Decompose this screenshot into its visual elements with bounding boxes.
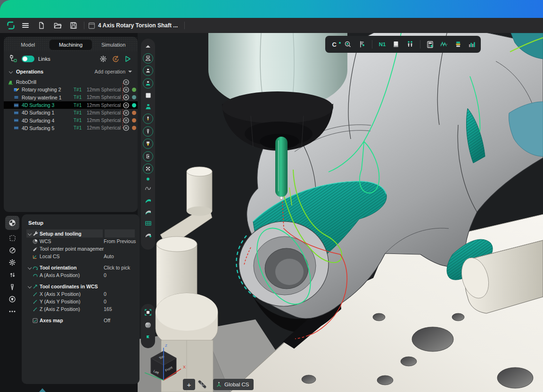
operation-link-state-icon[interactable]: [123, 86, 129, 93]
row-value[interactable]: Auto: [104, 253, 135, 259]
row-value[interactable]: Off: [104, 318, 135, 323]
row-label: A (Axis A Position): [40, 272, 104, 278]
zoom-fit-button[interactable]: [143, 308, 153, 317]
hamburger-icon: [22, 23, 29, 28]
operation-row[interactable]: 4D Surfacing 5 T#1 12mm Spherical: [4, 124, 138, 132]
holder-display-button[interactable]: [143, 139, 153, 149]
operation-link-state-icon[interactable]: [123, 125, 129, 131]
mesh-display-button[interactable]: [143, 163, 153, 174]
links-settings-button[interactable]: [99, 55, 107, 63]
tool-display-button[interactable]: [143, 114, 153, 124]
setup-row-axis-y[interactable]: Y (Axis Y Position) 0: [26, 298, 135, 305]
setup-row-tool-orientation[interactable]: Tool orientation Click to pick: [26, 264, 135, 271]
active-machine-button[interactable]: [143, 102, 153, 112]
new-file-button[interactable]: [35, 20, 48, 31]
setup-row-axis-z[interactable]: Z (Axis Z Position) 165: [26, 305, 135, 313]
surface-gray-display-button[interactable]: [143, 207, 153, 216]
viewport-3d-scene[interactable]: Top Left Front X Y Z: [138, 33, 543, 392]
statistics-button[interactable]: [468, 40, 476, 49]
operation-link-state-icon[interactable]: [123, 117, 129, 124]
rail-tool-button[interactable]: [8, 283, 17, 291]
viewport-3d[interactable]: Top Left Front X Y Z: [138, 33, 543, 392]
point-display-button[interactable]: [143, 176, 153, 182]
analysis-graph-button[interactable]: [440, 40, 448, 49]
operation-tool-desc: 12mm Spherical: [87, 95, 123, 100]
stock-box-button[interactable]: [143, 90, 153, 100]
row-value[interactable]: 0: [104, 291, 135, 297]
arc-center-button[interactable]: C: [330, 40, 338, 49]
operation-row[interactable]: Rotary waterline 1 T#1 12mm Spherical: [4, 94, 138, 101]
post-processor-button[interactable]: [426, 40, 435, 49]
orbit-sphere-button[interactable]: [143, 320, 153, 330]
row-value[interactable]: 0: [104, 272, 135, 278]
open-file-button[interactable]: [51, 20, 64, 31]
axis-y-arrow-icon: [32, 299, 38, 305]
global-cs-button[interactable]: Global CS: [213, 379, 254, 390]
caliper-icon: [358, 40, 366, 49]
row-value[interactable]: From Previous: [104, 238, 135, 244]
setup-row-axis-a[interactable]: A (Axis A Position) 0: [26, 271, 135, 279]
cs-dropdown-button[interactable]: [197, 380, 207, 389]
tab-machining[interactable]: Machining: [49, 40, 92, 50]
tab-simulation[interactable]: Simulation: [92, 40, 135, 50]
machine-link-state-icon[interactable]: [123, 79, 129, 85]
operation-unlink-state-icon[interactable]: [123, 94, 129, 101]
document-title[interactable]: 4 Axis Rotary Torsion Shaft ...: [98, 22, 178, 29]
flag-button[interactable]: [143, 333, 153, 343]
patch-corner-display-button[interactable]: [143, 230, 153, 239]
rail-setup-button[interactable]: [5, 216, 19, 230]
rail-region-button[interactable]: [8, 234, 17, 242]
add-operation-button[interactable]: Add operation: [95, 69, 132, 74]
operation-link-state-icon[interactable]: [123, 102, 129, 108]
setup-row-tool-coordinates[interactable]: Tool coordinates in WCS: [26, 283, 135, 290]
setup-row-local-cs[interactable]: Local CS Auto: [26, 253, 135, 260]
rail-passes-button[interactable]: [8, 270, 17, 279]
links-toggle[interactable]: [22, 56, 34, 62]
surface-grid-display-button[interactable]: [143, 219, 153, 228]
setup-row-axes-map[interactable]: Axes map Off: [26, 317, 135, 324]
nc-code-button[interactable]: N1: [378, 40, 387, 49]
operation-row[interactable]: Rotary roughing 2 T#1 12mm Spherical: [4, 86, 138, 93]
main-menu-button[interactable]: [19, 20, 32, 31]
tab-model[interactable]: Model: [7, 40, 49, 50]
tools-list-button[interactable]: [405, 40, 414, 49]
caliper-button[interactable]: [358, 40, 366, 49]
collapse-toolbar-button[interactable]: [143, 41, 153, 51]
operation-row-selected[interactable]: 4D Surfacing 3 T#1 12mm Spherical: [4, 101, 138, 109]
rail-more-button[interactable]: [8, 307, 17, 316]
probe-button[interactable]: [344, 40, 352, 49]
rail-stock-button[interactable]: [8, 246, 17, 254]
show-machine-button[interactable]: [143, 53, 153, 64]
operation-row[interactable]: 4D Surfacing 4 T#1 12mm Spherical: [4, 116, 138, 124]
drill-display-button[interactable]: [143, 126, 153, 137]
surface-display-button[interactable]: [143, 196, 153, 205]
chevron-down-icon: [9, 70, 13, 74]
fixture-display-button[interactable]: [143, 151, 153, 162]
rail-holder-button[interactable]: [8, 295, 17, 303]
setup-tooling-header[interactable]: Setup and tooling: [26, 229, 135, 237]
operation-link-state-icon[interactable]: [123, 109, 129, 116]
row-value[interactable]: 165: [104, 306, 135, 312]
regenerate-button[interactable]: [111, 55, 120, 63]
show-head-button[interactable]: [143, 65, 153, 76]
curve-display-button[interactable]: [143, 184, 153, 193]
collapsed-panel-arrow[interactable]: [39, 388, 46, 392]
operations-header[interactable]: Operations Add operation: [4, 65, 138, 76]
titlebar: 4 Axis Rotary Torsion Shaft ...: [0, 18, 543, 33]
machine-row[interactable]: RoboDrill: [4, 78, 138, 86]
roughing-icon: [13, 87, 19, 93]
rail-parameters-button[interactable]: [8, 258, 17, 267]
save-button[interactable]: [67, 20, 80, 31]
show-stock-machine-button[interactable]: [143, 78, 153, 89]
tool-layers-button[interactable]: [453, 40, 462, 49]
row-value[interactable]: Click to pick: [104, 265, 135, 270]
run-simulation-button[interactable]: [123, 55, 132, 63]
operation-row[interactable]: 4D Surfacing 1 T#1 12mm Spherical: [4, 109, 138, 116]
setup-row-wcs[interactable]: WCS From Previous: [26, 237, 135, 245]
setup-section-rail: [5, 216, 20, 316]
setup-row-axis-x[interactable]: X (Axis X Position) 0: [26, 290, 135, 298]
row-value[interactable]: 0: [104, 299, 135, 304]
sheet-button[interactable]: [392, 40, 400, 49]
add-cs-button[interactable]: +: [183, 379, 195, 390]
setup-row-tcp[interactable]: Tool center point managemen: [26, 245, 135, 253]
